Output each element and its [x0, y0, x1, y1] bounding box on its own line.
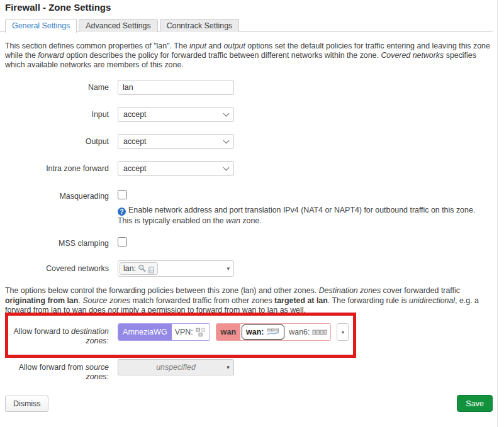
name-input[interactable] [118, 80, 234, 95]
covered-network-chip-label: lan: [123, 264, 136, 273]
add-zone-dropdown-button[interactable]: ▾ [337, 323, 349, 341]
intra-zone-forward-value: accept [123, 164, 147, 173]
page-title: Firewall - Zone Settings [5, 2, 111, 13]
tab-conntrack-settings[interactable]: Conntrack Settings [160, 19, 240, 32]
save-button[interactable]: Save [457, 395, 493, 412]
chevron-down-icon [223, 110, 230, 116]
forward-to-zones-widget[interactable]: AmneziaWG VPN: wan wan: [118, 323, 349, 341]
mss-clamping-label: MSS clamping [5, 239, 109, 248]
dropdown-arrow-icon: ▾ [226, 364, 229, 370]
tunnel-icon [266, 328, 280, 336]
chevron-down-icon [223, 164, 230, 170]
zone-tag-wan[interactable]: wan wan: wan6: [216, 323, 332, 341]
forward-from-dropdown[interactable]: unspecified ▾ [118, 359, 234, 375]
forward-from-value: unspecified [156, 363, 196, 372]
input-select[interactable]: accept [118, 107, 234, 122]
mss-clamping-checkbox[interactable] [118, 237, 127, 247]
tab-advanced-settings[interactable]: Advanced Settings [79, 19, 157, 32]
dismiss-button[interactable]: Dismiss [5, 396, 48, 412]
section-description: This section defines common properties o… [5, 42, 495, 69]
intra-zone-forward-label: Intra zone forward [5, 164, 109, 174]
zone-network-label: wan6: [289, 328, 310, 336]
input-label: Input [5, 110, 109, 119]
covered-networks-dropdown[interactable]: lan: ▾ [118, 260, 234, 277]
firewall-zone-settings-page: Firewall - Zone Settings General Setting… [0, 0, 504, 427]
covered-networks-label: Covered networks [5, 264, 109, 274]
masquerading-help: ?Enable network address and port transla… [118, 205, 484, 226]
zone-network-wan6: wan6: [286, 324, 330, 340]
zone-network-label: wan: [246, 328, 264, 336]
covered-network-chip-lan[interactable]: lan: [120, 262, 158, 275]
masquerading-help-text: Enable network address and port translat… [118, 206, 475, 225]
output-select[interactable]: accept [118, 134, 234, 149]
output-label: Output [5, 137, 109, 147]
ethernet-ports-icon [196, 328, 206, 337]
masquerading-checkbox[interactable] [118, 190, 127, 199]
tab-bar: General Settings Advanced Settings Connt… [0, 19, 493, 32]
magnifier-icon [138, 264, 147, 273]
input-select-value: accept [123, 110, 147, 119]
dropdown-arrow-icon: ▾ [227, 265, 230, 272]
name-label: Name [5, 83, 109, 92]
zone-name-badge: wan [216, 324, 241, 340]
zone-name-badge: AmneziaWG [118, 324, 172, 340]
forwarding-note: The options below control the forwarding… [5, 286, 496, 316]
page-edge-divider [497, 0, 498, 427]
dropdown-arrow-icon: ▾ [342, 330, 344, 335]
help-icon: ? [118, 208, 126, 216]
zone-network-vpn: VPN: [172, 324, 210, 340]
chevron-down-icon [223, 137, 230, 143]
ethernet-ports-row-icon [312, 330, 327, 335]
forward-to-label: Allow forward to destination zones: [5, 327, 109, 346]
zone-network-wan[interactable]: wan: [242, 324, 284, 340]
forward-from-label: Allow forward from source zones: [5, 363, 109, 382]
output-select-value: accept [123, 137, 147, 146]
intra-zone-forward-select[interactable]: accept [118, 161, 234, 176]
broken-image-icon [148, 267, 154, 274]
tab-general-settings[interactable]: General Settings [5, 19, 77, 33]
masquerading-label: Masquerading [5, 192, 109, 201]
zone-tag-amneziawg[interactable]: AmneziaWG VPN: [118, 323, 210, 341]
zone-network-label: VPN: [175, 328, 193, 336]
